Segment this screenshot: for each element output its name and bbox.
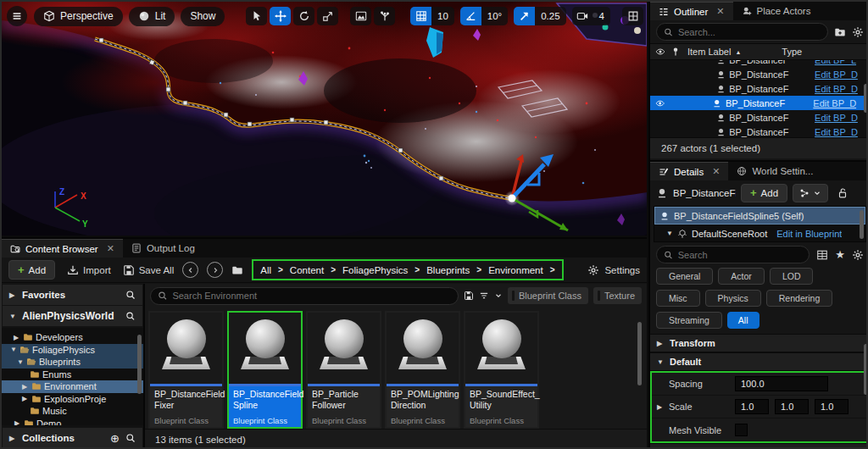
asset-tile-bp-distancefield-spline[interactable]: BP_DistanceFieldSpline Blueprint Class	[227, 311, 303, 429]
add-button[interactable]: + Add	[8, 260, 55, 280]
folder-icon[interactable]	[231, 264, 243, 276]
breadcrumb-item-blueprints[interactable]: Blueprints	[426, 265, 470, 275]
asset-tile-bp-soundeffect-utility[interactable]: BP_SoundEffect_Utility Blueprint Class	[464, 311, 539, 429]
viewport-3d[interactable]: Z X Y Perspective Lit Show	[2, 2, 647, 236]
back-button[interactable]	[182, 262, 198, 278]
outliner-row[interactable]: BP_DistanceFEdit BP_D	[650, 110, 868, 125]
breadcrumb-item-environment[interactable]: Environment	[488, 265, 543, 275]
landscape-tool-button[interactable]	[350, 7, 371, 25]
gear-icon[interactable]	[852, 26, 864, 38]
scale-snap-control[interactable]: 0.25	[514, 7, 565, 25]
scale-z-input[interactable]	[815, 399, 849, 414]
viewport-layout-button[interactable]	[622, 7, 643, 25]
type-column[interactable]: Type	[782, 47, 802, 57]
close-icon[interactable]: ✕	[712, 166, 720, 177]
tab-output-log[interactable]: Output Log	[123, 239, 203, 258]
asset-search-field[interactable]	[150, 287, 459, 305]
tree-item-blueprints[interactable]: ▼ Blueprints	[2, 356, 143, 369]
filter-all[interactable]: All	[727, 312, 760, 329]
section-transform[interactable]: ▶ Transform	[650, 334, 868, 352]
scale-y-input[interactable]	[775, 399, 809, 414]
import-button[interactable]: Import	[67, 264, 111, 276]
component-row-defaultsceneroot[interactable]: ▼ DefaultSceneRoot Edit in Blueprint	[654, 224, 865, 242]
save-search-icon[interactable]	[464, 291, 474, 301]
angle-snap-icon[interactable]	[460, 7, 481, 25]
save-all-button[interactable]: Save All	[123, 264, 175, 276]
section-rendering[interactable]: ▼ Rendering	[650, 443, 868, 449]
scale-tool-button[interactable]	[317, 7, 338, 25]
asset-tile-bp-pomlighting-direction[interactable]: BP_POMLightingDirection Blueprint Class	[385, 311, 460, 429]
viewport-options-menu-button[interactable]	[7, 6, 27, 26]
perspective-button[interactable]: Perspective	[34, 7, 123, 26]
filter-actor[interactable]: Actor	[718, 268, 765, 285]
lit-mode-button[interactable]: Lit	[129, 7, 175, 26]
outliner-row[interactable]: BP_DistanceFEdit BP_D	[650, 125, 868, 137]
tab-outliner[interactable]: Outliner ✕	[650, 2, 733, 20]
eye-icon[interactable]	[655, 98, 665, 108]
chevron-down-icon[interactable]	[494, 291, 503, 300]
details-search-field[interactable]	[656, 246, 810, 263]
outliner-scrollbar[interactable]	[864, 84, 868, 113]
favorites-header[interactable]: ▶ Favorites	[3, 285, 142, 305]
close-icon[interactable]: ✕	[716, 6, 724, 17]
asset-grid-scrollbar[interactable]	[637, 322, 642, 385]
filter-rendering[interactable]: Rendering	[766, 290, 832, 307]
tree-item-enums[interactable]: Enums	[2, 369, 143, 381]
filter-lod[interactable]: LOD	[770, 268, 814, 285]
tree-scrollbar[interactable]	[137, 335, 142, 394]
close-icon[interactable]: ✕	[107, 243, 114, 254]
breadcrumb-item-content[interactable]: Content	[290, 265, 324, 275]
asset-search-input[interactable]	[172, 291, 451, 301]
display-manager-icon[interactable]	[816, 249, 828, 261]
outliner-row[interactable]: BP_DistancelEdit BP_L	[650, 60, 868, 67]
add-collection-icon[interactable]: ⊕	[110, 432, 120, 445]
asset-tile-bp-particle-follower[interactable]: BP_ParticleFollower Blueprint Class	[306, 311, 381, 429]
details-search-input[interactable]	[678, 250, 803, 260]
favorites-star-icon[interactable]: ★	[835, 248, 845, 261]
asset-tile-bp-distancefield-fixer[interactable]: BP_DistanceFieldFixer Blueprint Class	[148, 311, 224, 429]
new-folder-icon[interactable]	[834, 26, 846, 38]
component-row-self[interactable]: BP_DistanceFieldSpline5 (Self)	[654, 207, 865, 224]
pin-icon[interactable]	[670, 47, 681, 57]
tree-item-demo[interactable]: ▶ Demo	[2, 418, 143, 426]
edit-in-blueprint-link[interactable]: Edit in Blueprint	[776, 229, 842, 239]
blueprint-actions-dropdown[interactable]	[793, 184, 828, 202]
outliner-row[interactable]: BP_DistanceFEdit BP_D	[650, 81, 868, 96]
search-icon[interactable]	[125, 290, 136, 300]
section-default[interactable]: ▼ Default	[650, 352, 868, 371]
tree-item-developers[interactable]: ▶ Developers	[2, 331, 143, 344]
details-scrollbar[interactable]	[864, 344, 868, 395]
tab-place-actors[interactable]: Place Actors	[733, 2, 820, 20]
tab-world-settings[interactable]: World Settin...	[728, 162, 821, 180]
spacing-input[interactable]	[735, 376, 828, 391]
tree-item-environment[interactable]: ▶ Environment	[2, 380, 143, 393]
tree-item-music[interactable]: Music	[2, 405, 143, 418]
rotate-tool-button[interactable]	[293, 7, 314, 25]
collections-header[interactable]: ▶ Collections ⊕	[3, 428, 142, 448]
grid-snap-icon[interactable]	[410, 7, 431, 25]
move-tool-button[interactable]	[270, 7, 291, 25]
outliner-row-selected[interactable]: BP_DistanceFEdit BP_D	[650, 96, 868, 110]
gear-icon[interactable]	[852, 249, 864, 261]
breadcrumb-item-all[interactable]: All	[260, 265, 271, 275]
lock-icon[interactable]	[837, 187, 849, 199]
tree-item-explosionproject[interactable]: ▶ ExplosionProje	[2, 393, 143, 406]
foliage-tool-button[interactable]	[374, 7, 395, 25]
filter-chip-blueprint-class[interactable]: Blueprint Class	[508, 287, 588, 304]
filter-general[interactable]: General	[656, 268, 713, 285]
outliner-search-field[interactable]	[656, 23, 828, 41]
filter-streaming[interactable]: Streaming	[656, 312, 722, 329]
settings-button[interactable]: Settings	[587, 264, 640, 276]
camera-speed-control[interactable]: 4	[572, 7, 610, 25]
rotation-snap-control[interactable]: 10°	[460, 7, 508, 25]
filter-icon[interactable]	[479, 291, 489, 301]
outliner-search-input[interactable]	[678, 27, 821, 37]
mesh-visible-checkbox[interactable]	[735, 424, 748, 436]
scale-snap-icon[interactable]	[514, 7, 535, 25]
filter-chip-texture[interactable]: Texture	[593, 287, 642, 304]
camera-speed-value[interactable]: 4	[593, 7, 610, 25]
tab-details[interactable]: Details ✕	[650, 162, 728, 180]
eye-icon[interactable]	[655, 47, 665, 57]
project-root-header[interactable]: ▼ AlienPhysicsWorld	[3, 306, 142, 326]
select-tool-button[interactable]	[246, 7, 267, 25]
